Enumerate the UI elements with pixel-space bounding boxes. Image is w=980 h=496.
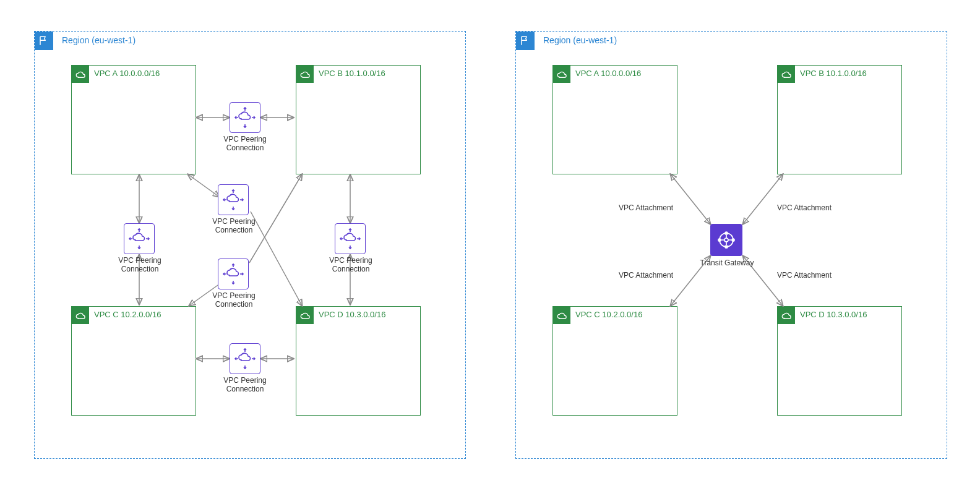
vpc-peering-icon: [218, 259, 249, 289]
vpc-attachment-label: VPC Attachment: [619, 203, 673, 212]
vpc-peering-icon: [230, 102, 260, 133]
vpc-label: VPC A 10.0.0.0/16: [575, 69, 641, 78]
transit-gateway-label: Transit Gateway: [696, 259, 758, 267]
vpc-cloud-icon: [296, 307, 314, 324]
vpc-cloud-icon: [72, 307, 89, 324]
vpc-peering-icon: [335, 223, 366, 254]
svg-point-20: [718, 239, 721, 241]
transit-gateway-icon: [710, 224, 742, 256]
vpc-cloud-icon: [296, 66, 314, 83]
svg-point-19: [725, 246, 728, 248]
svg-point-18: [725, 232, 728, 234]
vpc-b-left: VPC B 10.1.0.0/16: [296, 65, 421, 174]
vpc-label: VPC D 10.3.0.0/16: [319, 310, 385, 319]
peering-label: VPC PeeringConnection: [208, 135, 282, 153]
vpc-label: VPC C 10.2.0.0/16: [575, 310, 642, 319]
svg-point-17: [724, 238, 728, 242]
peering-label: VPC PeeringConnection: [103, 256, 177, 274]
vpc-d-left: VPC D 10.3.0.0/16: [296, 306, 421, 416]
vpc-cloud-icon: [778, 307, 795, 324]
vpc-c-left: VPC C 10.2.0.0/16: [71, 306, 196, 416]
vpc-label: VPC D 10.3.0.0/16: [800, 310, 867, 319]
vpc-label: VPC A 10.0.0.0/16: [94, 69, 160, 78]
peering-label: VPC PeeringConnection: [197, 217, 271, 235]
vpc-label: VPC B 10.1.0.0/16: [319, 69, 385, 78]
vpc-peering-icon: [124, 223, 155, 254]
peering-label: VPC PeeringConnection: [208, 376, 282, 394]
vpc-cloud-icon: [778, 66, 795, 83]
region-flag-icon: [35, 32, 53, 50]
vpc-attachment-label: VPC Attachment: [777, 271, 832, 280]
vpc-d-right: VPC D 10.3.0.0/16: [777, 306, 902, 416]
vpc-label: VPC C 10.2.0.0/16: [94, 310, 161, 319]
vpc-label: VPC B 10.1.0.0/16: [800, 69, 867, 78]
vpc-attachment-label: VPC Attachment: [619, 271, 673, 280]
vpc-peering-icon: [230, 343, 260, 374]
region-label-left: Region (eu-west-1): [62, 35, 135, 45]
vpc-cloud-icon: [72, 66, 89, 83]
peering-label: VPC PeeringConnection: [197, 291, 271, 309]
vpc-c-right: VPC C 10.2.0.0/16: [552, 306, 677, 416]
vpc-attachment-label: VPC Attachment: [777, 203, 832, 212]
peering-label: VPC PeeringConnection: [314, 256, 388, 274]
region-flag-icon: [516, 32, 535, 50]
region-label-right: Region (eu-west-1): [543, 35, 617, 45]
vpc-peering-icon: [218, 184, 249, 215]
vpc-a-right: VPC A 10.0.0.0/16: [552, 65, 677, 174]
vpc-b-right: VPC B 10.1.0.0/16: [777, 65, 902, 174]
vpc-cloud-icon: [553, 307, 570, 324]
vpc-cloud-icon: [553, 66, 570, 83]
svg-point-21: [732, 239, 734, 241]
vpc-a-left: VPC A 10.0.0.0/16: [71, 65, 196, 174]
